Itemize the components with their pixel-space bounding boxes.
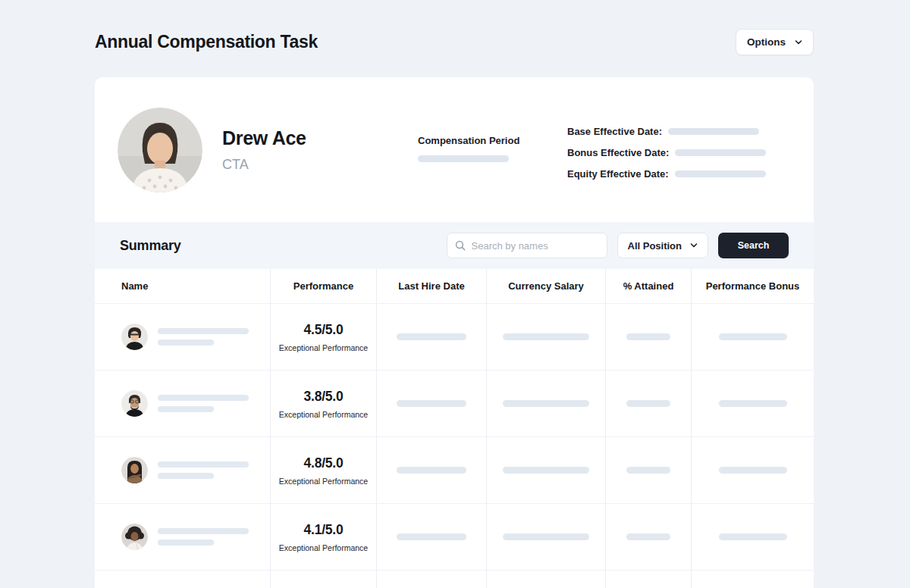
options-button-label: Options xyxy=(747,36,786,48)
performance-bonus-skeleton xyxy=(719,533,787,540)
performance-bonus-cell xyxy=(692,571,814,588)
performance-bonus-cell xyxy=(692,504,814,570)
position-filter-value: All Position xyxy=(628,240,682,252)
compensation-period-value-skeleton xyxy=(418,155,509,162)
bonus-effective-date-row: Bonus Effective Date: xyxy=(567,147,766,158)
chevron-down-icon xyxy=(690,242,698,249)
equity-effective-date-label: Equity Effective Date: xyxy=(567,168,669,180)
name-cell xyxy=(95,371,271,436)
table-row xyxy=(95,571,814,588)
last-hire-date-cell xyxy=(377,304,487,370)
last-hire-date-skeleton xyxy=(397,400,466,407)
performance-bonus-skeleton xyxy=(719,333,787,340)
attained-skeleton xyxy=(626,400,670,407)
attained-cell xyxy=(606,304,692,370)
last-hire-date-cell xyxy=(377,504,487,570)
performance-cell xyxy=(271,571,377,588)
search-box[interactable] xyxy=(447,233,607,258)
page-title: Annual Compensation Task xyxy=(95,32,318,52)
performance-score: 3.8/5.0 xyxy=(303,389,343,405)
last-hire-date-skeleton xyxy=(397,467,466,474)
performance-bonus-skeleton xyxy=(719,400,787,407)
compensation-card: Drew Ace CTA Compensation Period Base Ef… xyxy=(95,77,814,588)
base-effective-date-row: Base Effective Date: xyxy=(567,126,766,137)
name-skeleton xyxy=(158,328,249,346)
attained-cell xyxy=(606,371,692,436)
currency-salary-cell xyxy=(487,304,606,370)
column-header-currency-salary: Currency Salary xyxy=(487,269,606,303)
column-header-performance-bonus: Performance Bonus xyxy=(692,269,814,303)
performance-rating-label: Exceptional Performance xyxy=(279,343,368,352)
performance-rating-label: Exceptional Performance xyxy=(279,477,368,486)
attained-cell xyxy=(606,571,692,588)
performance-bonus-cell xyxy=(692,371,814,436)
attained-cell xyxy=(606,504,692,570)
performance-score: 4.8/5.0 xyxy=(303,455,343,471)
equity-effective-date-row: Equity Effective Date: xyxy=(567,168,766,180)
currency-salary-cell xyxy=(487,504,606,570)
search-input[interactable] xyxy=(472,240,599,252)
currency-salary-cell xyxy=(487,437,606,503)
column-header-name: Name xyxy=(95,269,271,303)
last-hire-date-cell xyxy=(377,571,487,588)
bonus-effective-date-label: Bonus Effective Date: xyxy=(567,147,669,158)
name-skeleton xyxy=(158,528,249,546)
employee-avatar xyxy=(118,108,202,192)
performance-cell: 3.8/5.0 Exceptional Performance xyxy=(271,371,377,436)
performance-rating-label: Exceptional Performance xyxy=(279,543,368,552)
table-row: 4.8/5.0 Exceptional Performance xyxy=(95,437,814,504)
performance-bonus-cell xyxy=(692,437,814,503)
last-hire-date-cell xyxy=(377,371,487,436)
summary-bar: Summary All Position Search xyxy=(95,222,814,269)
employee-identity: Drew Ace CTA xyxy=(222,127,306,173)
column-header-performance: Performance xyxy=(271,269,377,303)
last-hire-date-skeleton xyxy=(397,533,466,540)
chevron-down-icon xyxy=(795,39,802,46)
search-button[interactable]: Search xyxy=(718,233,789,258)
table-row: 4.1/5.0 Exceptional Performance xyxy=(95,504,814,571)
effective-dates: Base Effective Date: Bonus Effective Dat… xyxy=(567,126,766,180)
avatar-photo-woman-curly-hair xyxy=(121,524,148,550)
row-avatar xyxy=(121,524,148,550)
name-cell xyxy=(95,437,271,503)
compensation-period: Compensation Period xyxy=(418,135,519,162)
name-cell xyxy=(95,304,271,370)
last-hire-date-cell xyxy=(377,437,487,503)
row-avatar xyxy=(121,457,148,483)
base-effective-date-value-skeleton xyxy=(668,128,759,135)
row-avatar xyxy=(121,324,148,350)
attained-skeleton xyxy=(626,333,670,340)
compensation-period-label: Compensation Period xyxy=(418,135,519,146)
avatar-photo-man-beard xyxy=(121,390,148,417)
table-row: 3.8/5.0 Exceptional Performance xyxy=(95,371,814,437)
currency-salary-skeleton xyxy=(503,467,589,474)
name-skeleton xyxy=(158,461,249,479)
currency-salary-cell xyxy=(487,371,606,436)
avatar-photo-drew-ace xyxy=(118,108,202,192)
currency-salary-cell xyxy=(487,571,606,588)
performance-score: 4.1/5.0 xyxy=(303,522,343,538)
last-hire-date-skeleton xyxy=(397,333,466,340)
name-skeleton xyxy=(158,395,249,412)
performance-cell: 4.8/5.0 Exceptional Performance xyxy=(271,437,377,503)
base-effective-date-label: Base Effective Date: xyxy=(567,126,662,137)
performance-bonus-cell xyxy=(692,304,814,370)
column-header-last-hire-date: Last Hire Date xyxy=(377,269,487,303)
search-icon xyxy=(455,240,466,251)
options-button[interactable]: Options xyxy=(736,29,814,55)
currency-salary-skeleton xyxy=(503,400,589,407)
attained-skeleton xyxy=(626,467,670,474)
attained-cell xyxy=(606,437,692,503)
performance-cell: 4.5/5.0 Exceptional Performance xyxy=(271,304,377,370)
bonus-effective-date-value-skeleton xyxy=(675,149,766,156)
employee-profile-section: Drew Ace CTA Compensation Period Base Ef… xyxy=(95,77,814,222)
employee-role: CTA xyxy=(222,157,306,173)
position-filter-select[interactable]: All Position xyxy=(617,233,709,258)
currency-salary-skeleton xyxy=(503,333,589,340)
performance-rating-label: Exceptional Performance xyxy=(279,410,368,419)
currency-salary-skeleton xyxy=(503,533,589,540)
employee-name: Drew Ace xyxy=(222,127,306,149)
name-cell xyxy=(95,571,271,588)
equity-effective-date-value-skeleton xyxy=(675,170,766,177)
attained-skeleton xyxy=(626,533,670,540)
